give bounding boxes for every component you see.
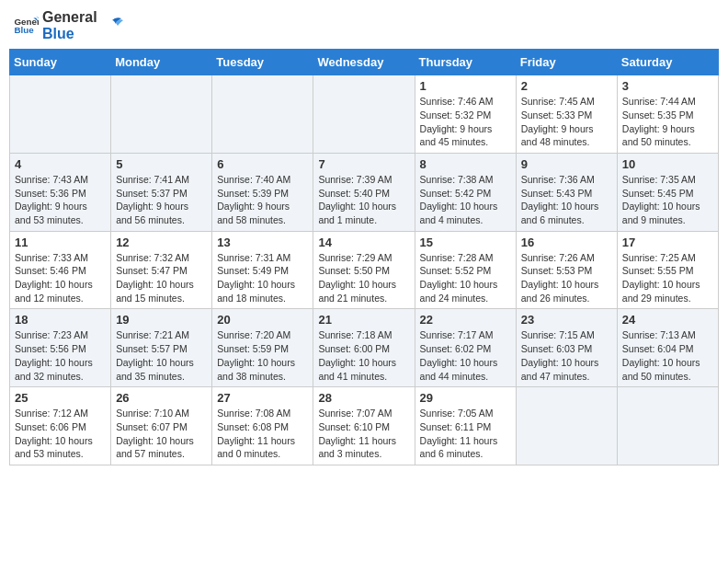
day-number: 23 [521,313,612,327]
day-info: Sunrise: 7:28 AM Sunset: 5:52 PM Dayligh… [420,251,511,305]
day-info: Sunrise: 7:43 AM Sunset: 5:36 PM Dayligh… [15,173,106,227]
day-number: 6 [217,157,308,171]
day-info: Sunrise: 7:18 AM Sunset: 6:00 PM Dayligh… [318,328,409,383]
calendar-cell: 10Sunrise: 7:35 AM Sunset: 5:45 PM Dayli… [617,153,718,231]
day-info: Sunrise: 7:46 AM Sunset: 5:32 PM Dayligh… [420,95,511,149]
day-number: 8 [420,157,511,171]
day-info: Sunrise: 7:20 AM Sunset: 5:59 PM Dayligh… [217,328,308,383]
calendar-cell: 5Sunrise: 7:41 AM Sunset: 5:37 PM Daylig… [111,153,212,231]
calendar-week-4: 25Sunrise: 7:12 AM Sunset: 6:06 PM Dayli… [10,387,719,465]
calendar-cell: 12Sunrise: 7:32 AM Sunset: 5:47 PM Dayli… [111,231,212,309]
day-number: 29 [420,391,511,405]
calendar-cell: 28Sunrise: 7:07 AM Sunset: 6:10 PM Dayli… [313,387,415,465]
day-number: 25 [15,391,106,405]
day-number: 2 [521,79,612,93]
day-number: 13 [217,236,308,249]
day-info: Sunrise: 7:23 AM Sunset: 5:56 PM Dayligh… [15,328,106,383]
calendar-cell: 6Sunrise: 7:40 AM Sunset: 5:39 PM Daylig… [212,153,313,231]
calendar-cell: 15Sunrise: 7:28 AM Sunset: 5:52 PM Dayli… [415,231,516,309]
day-number: 7 [318,157,409,171]
day-number: 28 [318,391,409,405]
day-info: Sunrise: 7:08 AM Sunset: 6:08 PM Dayligh… [217,407,308,461]
day-number: 14 [318,236,409,249]
header-day-thursday: Thursday [415,50,516,75]
day-number: 5 [116,157,207,171]
day-info: Sunrise: 7:32 AM Sunset: 5:47 PM Dayligh… [116,251,207,305]
calendar-week-2: 11Sunrise: 7:33 AM Sunset: 5:46 PM Dayli… [10,231,719,309]
day-number: 19 [116,313,207,327]
day-number: 15 [420,236,511,249]
day-info: Sunrise: 7:12 AM Sunset: 6:06 PM Dayligh… [15,407,106,461]
calendar-cell: 2Sunrise: 7:45 AM Sunset: 5:33 PM Daylig… [516,75,617,154]
calendar-cell: 4Sunrise: 7:43 AM Sunset: 5:36 PM Daylig… [10,153,111,231]
day-number: 22 [420,313,511,327]
header-day-monday: Monday [111,50,212,75]
day-number: 20 [217,313,308,327]
calendar-cell: 11Sunrise: 7:33 AM Sunset: 5:46 PM Dayli… [10,231,111,309]
calendar-body: 1Sunrise: 7:46 AM Sunset: 5:32 PM Daylig… [10,75,719,465]
day-number: 21 [318,313,409,327]
day-info: Sunrise: 7:39 AM Sunset: 5:40 PM Dayligh… [318,173,409,227]
day-info: Sunrise: 7:07 AM Sunset: 6:10 PM Dayligh… [318,407,409,461]
calendar-cell: 26Sunrise: 7:10 AM Sunset: 6:07 PM Dayli… [111,387,212,465]
day-info: Sunrise: 7:44 AM Sunset: 5:35 PM Dayligh… [622,95,713,149]
day-info: Sunrise: 7:35 AM Sunset: 5:45 PM Dayligh… [622,173,713,227]
day-number: 27 [217,391,308,405]
calendar-cell [111,75,212,154]
calendar-cell: 1Sunrise: 7:46 AM Sunset: 5:32 PM Daylig… [415,75,516,154]
day-number: 10 [622,157,713,171]
header-day-sunday: Sunday [10,50,111,75]
calendar-cell: 19Sunrise: 7:21 AM Sunset: 5:57 PM Dayli… [111,309,212,387]
calendar-week-1: 4Sunrise: 7:43 AM Sunset: 5:36 PM Daylig… [10,153,719,231]
calendar-cell: 25Sunrise: 7:12 AM Sunset: 6:06 PM Dayli… [10,387,111,465]
calendar-cell: 21Sunrise: 7:18 AM Sunset: 6:00 PM Dayli… [313,309,415,387]
svg-text:Blue: Blue [14,25,34,35]
calendar-cell [617,387,718,465]
calendar-week-0: 1Sunrise: 7:46 AM Sunset: 5:32 PM Daylig… [10,75,719,154]
calendar-cell [313,75,415,154]
day-number: 11 [15,236,106,249]
header-day-saturday: Saturday [617,50,718,75]
logo-icon: General Blue [13,13,39,39]
day-info: Sunrise: 7:29 AM Sunset: 5:50 PM Dayligh… [318,251,409,305]
day-info: Sunrise: 7:25 AM Sunset: 5:55 PM Dayligh… [622,251,713,305]
calendar-cell: 23Sunrise: 7:15 AM Sunset: 6:03 PM Dayli… [516,309,617,387]
day-number: 1 [420,79,511,93]
header-day-wednesday: Wednesday [313,50,415,75]
day-number: 4 [15,157,106,171]
calendar-cell: 14Sunrise: 7:29 AM Sunset: 5:50 PM Dayli… [313,231,415,309]
day-info: Sunrise: 7:21 AM Sunset: 5:57 PM Dayligh… [116,328,207,383]
calendar-cell: 24Sunrise: 7:13 AM Sunset: 6:04 PM Dayli… [617,309,718,387]
day-info: Sunrise: 7:31 AM Sunset: 5:49 PM Dayligh… [217,251,308,305]
calendar-cell [10,75,111,154]
day-number: 26 [116,391,207,405]
day-info: Sunrise: 7:17 AM Sunset: 6:02 PM Dayligh… [420,328,511,383]
calendar-cell: 20Sunrise: 7:20 AM Sunset: 5:59 PM Dayli… [212,309,313,387]
logo-bird-icon [101,17,123,35]
calendar-cell: 27Sunrise: 7:08 AM Sunset: 6:08 PM Dayli… [212,387,313,465]
day-info: Sunrise: 7:05 AM Sunset: 6:11 PM Dayligh… [420,407,511,461]
day-info: Sunrise: 7:13 AM Sunset: 6:04 PM Dayligh… [622,328,713,383]
logo-general: General [42,9,97,26]
day-info: Sunrise: 7:38 AM Sunset: 5:42 PM Dayligh… [420,173,511,227]
day-number: 3 [622,79,713,93]
calendar-cell: 29Sunrise: 7:05 AM Sunset: 6:11 PM Dayli… [415,387,516,465]
header-day-tuesday: Tuesday [212,50,313,75]
calendar-header: SundayMondayTuesdayWednesdayThursdayFrid… [10,50,719,75]
calendar-cell: 18Sunrise: 7:23 AM Sunset: 5:56 PM Dayli… [10,309,111,387]
day-info: Sunrise: 7:36 AM Sunset: 5:43 PM Dayligh… [521,173,612,227]
calendar-cell [516,387,617,465]
calendar-cell: 13Sunrise: 7:31 AM Sunset: 5:49 PM Dayli… [212,231,313,309]
day-number: 17 [622,236,713,249]
day-info: Sunrise: 7:10 AM Sunset: 6:07 PM Dayligh… [116,407,207,461]
calendar-cell: 16Sunrise: 7:26 AM Sunset: 5:53 PM Dayli… [516,231,617,309]
page-header: General Blue General Blue [9,9,719,41]
day-number: 12 [116,236,207,249]
calendar-cell [212,75,313,154]
calendar-table: SundayMondayTuesdayWednesdayThursdayFrid… [9,49,719,465]
calendar-cell: 7Sunrise: 7:39 AM Sunset: 5:40 PM Daylig… [313,153,415,231]
calendar-cell: 9Sunrise: 7:36 AM Sunset: 5:43 PM Daylig… [516,153,617,231]
logo-blue: Blue [42,26,97,42]
day-info: Sunrise: 7:33 AM Sunset: 5:46 PM Dayligh… [15,251,106,305]
calendar-cell: 22Sunrise: 7:17 AM Sunset: 6:02 PM Dayli… [415,309,516,387]
